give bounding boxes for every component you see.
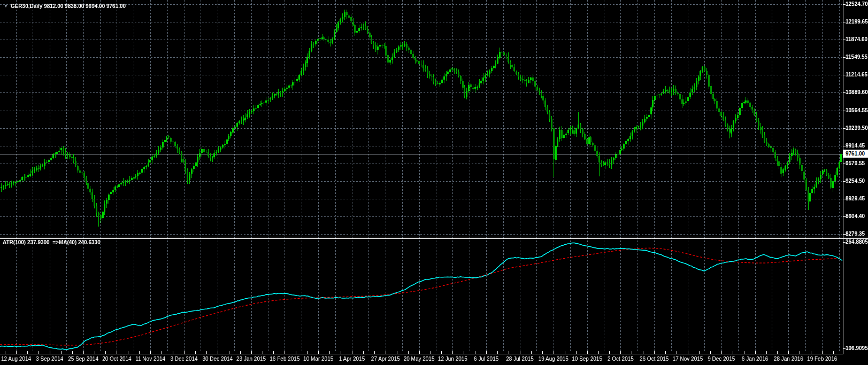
date-axis-label: 9 Dec 2015: [708, 356, 735, 362]
date-axis-label: 1 Apr 2015: [339, 356, 365, 362]
date-axis-label: 12 Jun 2015: [438, 356, 467, 362]
current-price-tag: 9761.00: [843, 150, 868, 158]
price-axis-label: 11874.60: [846, 36, 867, 43]
date-axis-label: 23 Jan 2015: [236, 356, 266, 362]
price-axis-label: 12199.65: [846, 19, 868, 25]
price-axis-label: 8604.40: [846, 213, 865, 220]
date-axis-label: 20 May 2015: [404, 356, 435, 362]
date-axis-label: 27 Apr 2015: [371, 356, 400, 362]
price-axis-label: 12524.70: [846, 1, 868, 7]
date-axis-label: 11 Nov 2014: [135, 356, 165, 362]
price-axis-label: 9579.55: [846, 160, 865, 167]
price-axis-label: 11549.55: [846, 54, 867, 60]
date-axis-label: 17 Nov 2015: [673, 356, 703, 362]
symbol-period-label: GER30,Daily: [11, 3, 42, 9]
date-axis-label: 28 Jul 2015: [506, 356, 534, 362]
indicator-axis-max-label: 264.8805: [846, 239, 868, 245]
date-axis-label: 19 Aug 2015: [539, 356, 569, 362]
price-axis-label: 10239.50: [846, 125, 868, 131]
date-axis-label: 26 Oct 2015: [640, 356, 669, 362]
price-axis-label: 9914.45: [846, 143, 865, 149]
date-axis-label: 20 Oct 2014: [102, 356, 131, 362]
date-axis-label: 16 Feb 2015: [270, 356, 299, 362]
price-axis-label: 10564.55: [846, 107, 868, 114]
chart-title: ▼GER30,Daily 9812.00 9838.00 9694.00 976…: [4, 3, 126, 9]
date-axis-label: 25 Sep 2014: [68, 356, 98, 362]
date-axis-label: 10 Mar 2015: [303, 356, 333, 362]
ohlc-values: 9812.00 9838.00 9694.00 9761.00: [44, 3, 126, 9]
date-axis-label: 10 Sep 2015: [572, 356, 602, 362]
price-axis-label: 8279.35: [846, 231, 865, 237]
price-axis-label: 10889.60: [846, 89, 868, 96]
date-axis-label: 12 Aug 2014: [1, 356, 31, 362]
price-chart-canvas[interactable]: [0, 0, 868, 365]
date-axis-label: 2 Oct 2015: [608, 356, 634, 362]
date-axis-label: 30 Dec 2014: [202, 356, 233, 362]
indicator-axis-min-label: 106.9095: [846, 345, 868, 352]
price-axis-label: 8929.45: [846, 196, 865, 202]
date-axis-label: 6 Jan 2016: [742, 356, 769, 362]
date-axis-label: 28 Jan 2016: [774, 356, 803, 362]
indicator-label: ATR(100) 237.9300 =>MA(40) 240.6330: [3, 239, 101, 245]
date-axis-label: 6 Jul 2015: [474, 356, 498, 362]
symbol-marker-icon: ▼: [4, 4, 8, 9]
date-axis-label: 3 Sep 2014: [36, 356, 63, 362]
chart-window: ▼GER30,Daily 9812.00 9838.00 9694.00 976…: [0, 0, 868, 365]
date-axis-label: 3 Dec 2014: [170, 356, 197, 362]
date-axis-label: 19 Feb 2016: [807, 356, 837, 362]
price-axis-label: 9254.50: [846, 178, 865, 184]
price-axis-label: 11214.65: [846, 72, 867, 78]
